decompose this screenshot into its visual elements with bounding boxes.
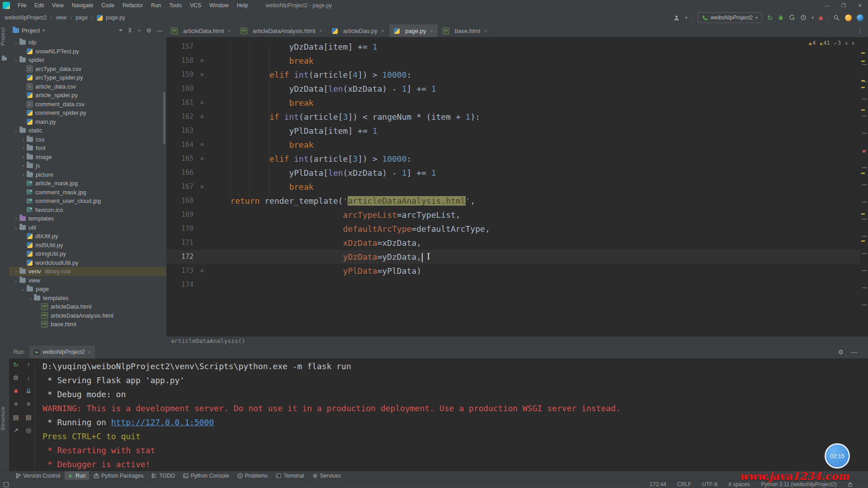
- tool-stripe-project-tab[interactable]: Project: [0, 27, 9, 46]
- code-text[interactable]: if int(article[3]) < rangeNum * (item + …: [211, 110, 860, 124]
- tree-item-stringutil-py[interactable]: stringUtil.py: [9, 249, 166, 258]
- tab-close-icon[interactable]: ×: [430, 28, 433, 33]
- run-up-stack-button[interactable]: ↑: [27, 361, 30, 368]
- coverage-button[interactable]: [789, 14, 795, 21]
- inspection-ok[interactable]: ✔3: [834, 40, 841, 46]
- run-settings-button[interactable]: ⚙: [13, 374, 19, 381]
- menu-item-run[interactable]: Run: [147, 0, 165, 11]
- fold-marker-icon[interactable]: ⊖: [193, 110, 211, 124]
- tool-window-button-terminal[interactable]: Terminal: [272, 471, 307, 480]
- tree-chevron-icon[interactable]: ›: [13, 216, 19, 221]
- fold-marker-icon[interactable]: ⊖: [193, 54, 211, 68]
- tree-chevron-icon[interactable]: ›: [20, 155, 27, 160]
- tree-item-spider[interactable]: ⌄spider: [9, 56, 166, 65]
- tree-chevron-icon[interactable]: ⌄: [13, 278, 19, 283]
- status-crlf[interactable]: CRLF: [677, 481, 691, 488]
- breadcrumb-item[interactable]: view: [56, 14, 66, 21]
- fold-marker-icon[interactable]: ⊖: [193, 264, 211, 278]
- tree-item-nlp[interactable]: ⌄nlp: [9, 38, 166, 47]
- tool-window-button-python-console[interactable]: Python Console: [179, 471, 233, 480]
- code-text[interactable]: arcTypeList=arcTypeList,: [211, 208, 860, 222]
- tree-item-templates[interactable]: ›templates: [9, 214, 166, 223]
- tree-chevron-icon[interactable]: ⌄: [13, 225, 19, 230]
- tree-item-js[interactable]: ›js: [9, 161, 166, 170]
- editor-tab-articledataanalysis-html[interactable]: articleDataAnalysis.html×: [236, 24, 327, 37]
- run-tab[interactable]: ▶ weiboNlpProject2 ×: [29, 346, 95, 358]
- run-button[interactable]: ↻: [767, 14, 773, 21]
- menu-item-refactor[interactable]: Refactor: [118, 0, 147, 11]
- code-with-me-icon[interactable]: [845, 14, 852, 21]
- project-hide-icon[interactable]: —: [157, 27, 163, 34]
- user-dropdown-icon[interactable]: ▾: [685, 15, 687, 20]
- run-soft-wrap-button[interactable]: ≡: [27, 400, 30, 408]
- editor-tab-page-py[interactable]: page.py×: [389, 24, 438, 37]
- ide-settings-icon[interactable]: [857, 14, 863, 21]
- run-history-button[interactable]: ▤: [13, 413, 19, 421]
- debug-button[interactable]: [778, 14, 784, 21]
- menu-item-edit[interactable]: Edit: [30, 0, 48, 11]
- tree-chevron-icon[interactable]: ⌄: [27, 296, 34, 300]
- fold-marker-icon[interactable]: ⊖: [193, 152, 211, 166]
- tool-window-button-problems[interactable]: Problems: [234, 471, 272, 480]
- code-text[interactable]: break: [211, 54, 860, 68]
- tree-item-article-spider-py[interactable]: article_spider.py: [9, 91, 166, 100]
- inspection-prev[interactable]: ∧: [845, 40, 848, 46]
- run-down-stack-button[interactable]: ↓: [27, 374, 30, 381]
- console-link[interactable]: http://127.0.0.1:5000: [111, 418, 214, 427]
- editor-tab-articledao-py[interactable]: articleDao.py×: [327, 24, 389, 37]
- menu-item-code[interactable]: Code: [97, 0, 118, 11]
- tree-chevron-icon[interactable]: ›: [20, 163, 27, 168]
- run-print-button[interactable]: ▤: [25, 413, 31, 421]
- tree-chevron-icon[interactable]: ›: [20, 137, 27, 142]
- tree-item-article-mask-jpg[interactable]: article_mask.jpg: [9, 179, 166, 188]
- project-view-options-icon[interactable]: ÷: [137, 27, 141, 34]
- tree-chevron-icon[interactable]: ⌄: [13, 57, 19, 62]
- inspection-warnings[interactable]: ▲4: [809, 40, 816, 46]
- code-text[interactable]: break: [211, 138, 860, 152]
- tree-item-article-data-csv[interactable]: article_data.csv: [9, 82, 166, 91]
- run-hide-icon[interactable]: —: [851, 348, 857, 356]
- tool-window-button-version-control[interactable]: Version Control: [12, 471, 64, 480]
- status-utf-8[interactable]: UTF-8: [702, 481, 717, 488]
- code-editor[interactable]: 157 yDzData[item] += 1158⊖ break159⊖ eli…: [166, 37, 868, 337]
- breadcrumb-file[interactable]: page.py: [106, 14, 125, 21]
- profiler-button[interactable]: [800, 14, 807, 21]
- tree-item-md5util-py[interactable]: md5Util.py: [9, 241, 166, 250]
- project-panel-title[interactable]: Project: [22, 27, 40, 34]
- tree-item-image[interactable]: ›image: [9, 153, 166, 162]
- inspection-next[interactable]: ∨: [852, 40, 854, 46]
- project-locate-icon[interactable]: ⌖: [119, 27, 122, 34]
- status-4-spaces[interactable]: 4 spaces: [728, 481, 750, 488]
- tree-chevron-icon[interactable]: ›: [20, 172, 27, 177]
- inspection-weak-warnings[interactable]: ▲41: [820, 40, 830, 46]
- menu-item-file[interactable]: File: [14, 0, 30, 11]
- pycharm-logo-icon[interactable]: [3, 2, 10, 9]
- tree-item-comment-spider-py[interactable]: comment_spider.py: [9, 108, 166, 117]
- tree-chevron-icon[interactable]: ⌄: [13, 128, 19, 133]
- window-minimize-button[interactable]: —: [819, 0, 835, 11]
- tree-item-base-html[interactable]: base.html: [9, 320, 166, 329]
- tool-window-button-python-packages[interactable]: Python Packages: [90, 471, 147, 480]
- code-text[interactable]: yDzData[len(xDzData) - 1] += 1: [211, 82, 860, 96]
- tree-item-articledataanalysis-html[interactable]: articleDataAnalysis.html: [9, 311, 166, 320]
- status-layout-icon[interactable]: [4, 482, 9, 487]
- code-text[interactable]: break: [211, 180, 860, 194]
- menu-item-help[interactable]: Help: [233, 0, 252, 11]
- fold-marker-icon[interactable]: ⊖: [193, 96, 211, 110]
- project-stripe-folder-icon[interactable]: [2, 57, 7, 61]
- tree-item-static[interactable]: ⌄static: [9, 126, 166, 135]
- tree-chevron-icon[interactable]: ›: [20, 145, 27, 150]
- inspections-widget[interactable]: ▲4▲41✔3∧∨: [807, 39, 856, 47]
- project-view-dropdown-icon[interactable]: ▾: [42, 28, 45, 33]
- tool-window-button-services[interactable]: Services: [309, 471, 344, 480]
- lock-icon[interactable]: [848, 482, 853, 487]
- tab-close-icon[interactable]: ×: [382, 28, 384, 33]
- run-dump-button[interactable]: ≡: [14, 400, 18, 408]
- code-text[interactable]: break: [211, 96, 860, 110]
- tree-chevron-icon[interactable]: ›: [13, 269, 19, 274]
- menu-item-view[interactable]: View: [48, 0, 68, 11]
- tree-item-arctype-data-csv[interactable]: arcType_data.csv: [9, 65, 166, 74]
- run-console-output[interactable]: D:\yuqing\weiboNlpProject2\venv\Scripts\…: [42, 359, 868, 471]
- code-text[interactable]: yPlData=yPlData): [211, 264, 860, 278]
- run-pin-button[interactable]: ◎: [26, 427, 31, 434]
